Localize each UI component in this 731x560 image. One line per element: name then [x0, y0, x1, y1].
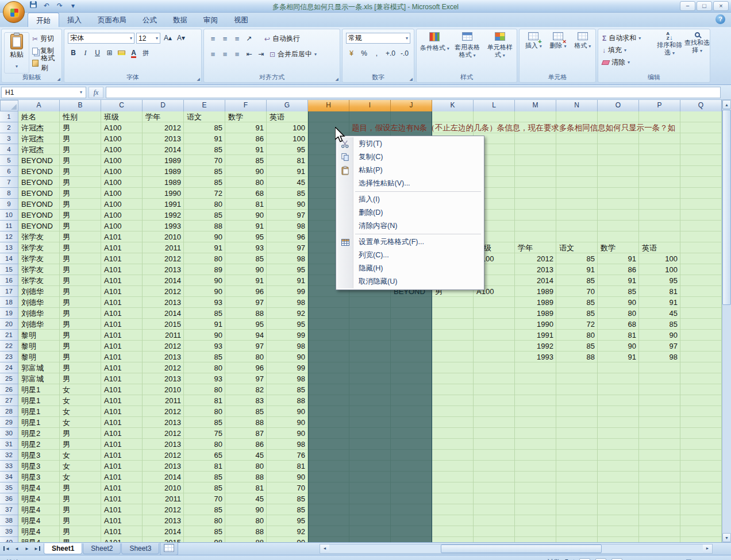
column-header-N[interactable]: N — [556, 100, 598, 111]
row-header-23[interactable]: 23 — [0, 352, 18, 362]
row-header-18[interactable]: 18 — [0, 297, 18, 308]
prev-sheet-button[interactable]: ◄ — [11, 544, 22, 554]
row-header-16[interactable]: 16 — [0, 275, 18, 286]
row-header-12[interactable]: 12 — [0, 231, 18, 242]
close-button[interactable]: × — [713, 1, 729, 11]
row-header-37[interactable]: 37 — [0, 504, 18, 515]
row-header-39[interactable]: 39 — [0, 526, 18, 537]
horizontal-scrollbar[interactable]: ◄ ► — [320, 544, 713, 554]
row-header-11[interactable]: 11 — [0, 221, 18, 231]
dialog-launcher-icon[interactable]: ◢ — [410, 77, 413, 82]
row-header-8[interactable]: 8 — [0, 188, 18, 199]
row-header-38[interactable]: 38 — [0, 515, 18, 526]
row-header-33[interactable]: 33 — [0, 461, 18, 472]
dialog-launcher-icon[interactable]: ◢ — [57, 77, 60, 82]
column-header-H[interactable]: H — [308, 100, 349, 111]
menu-item-1[interactable]: 复制(C) — [337, 150, 483, 164]
minimize-button[interactable]: − — [680, 1, 695, 11]
font-size-select[interactable]: 12▾ — [136, 33, 160, 44]
font-color-button[interactable]: A — [128, 48, 139, 59]
bold-button[interactable]: B — [68, 48, 79, 59]
insert-sheet-button[interactable] — [160, 543, 178, 555]
ribbon-tab-3[interactable]: 公式 — [134, 13, 165, 27]
sheet-tab-Sheet3[interactable]: Sheet3 — [121, 543, 159, 554]
row-header-3[interactable]: 3 — [0, 133, 18, 144]
row-header-29[interactable]: 29 — [0, 417, 18, 428]
dialog-launcher-icon[interactable]: ◢ — [197, 77, 200, 82]
phonetic-button[interactable]: 拼 — [140, 48, 151, 59]
wrap-text-button[interactable]: ↩自动换行 — [263, 33, 302, 45]
row-header-7[interactable]: 7 — [0, 177, 18, 188]
next-sheet-button[interactable]: ► — [22, 544, 32, 554]
currency-format-button[interactable]: ¥ — [346, 48, 357, 59]
find-select-button[interactable]: 查找和选择 ▾ — [683, 32, 711, 57]
row-header-27[interactable]: 27 — [0, 395, 18, 406]
menu-item-3[interactable]: 选择性粘贴(V)... — [337, 177, 483, 190]
row-header-4[interactable]: 4 — [0, 144, 18, 155]
row-header-32[interactable]: 32 — [0, 450, 18, 461]
row-header-22[interactable]: 22 — [0, 341, 18, 352]
menu-item-12[interactable]: 取消隐藏(U) — [337, 275, 483, 288]
menu-item-6[interactable]: 删除(D) — [337, 206, 483, 219]
vertical-scrollbar[interactable]: ▲ ▼ — [722, 100, 731, 542]
scroll-right-icon[interactable]: ► — [703, 544, 712, 553]
normal-view-button[interactable]: ▦ — [579, 558, 590, 560]
row-header-15[interactable]: 15 — [0, 264, 18, 275]
scroll-down-icon[interactable]: ▼ — [722, 533, 731, 542]
column-header-L[interactable]: L — [474, 100, 515, 111]
top-align-button[interactable]: ≡ — [207, 33, 218, 44]
sheet-tab-Sheet2[interactable]: Sheet2 — [83, 543, 121, 554]
row-header-40[interactable]: 40 — [0, 537, 18, 542]
row-header-6[interactable]: 6 — [0, 166, 18, 177]
qat-customize-button[interactable]: ▾ — [67, 1, 79, 11]
menu-item-10[interactable]: 列宽(C)... — [337, 249, 483, 262]
decrease-indent-button[interactable]: ⇤ — [244, 49, 255, 60]
menu-item-11[interactable]: 隐藏(H) — [337, 262, 483, 275]
align-left-button[interactable]: ≡ — [207, 49, 218, 60]
formula-input[interactable] — [106, 87, 721, 98]
column-header-G[interactable]: G — [267, 100, 308, 111]
increase-indent-button[interactable]: ⇥ — [256, 49, 267, 60]
menu-item-7[interactable]: 清除内容(N) — [337, 219, 483, 233]
ribbon-tab-4[interactable]: 数据 — [165, 13, 195, 27]
row-header-26[interactable]: 26 — [0, 384, 18, 395]
ribbon-tab-6[interactable]: 视图 — [226, 13, 256, 27]
row-header-30[interactable]: 30 — [0, 428, 18, 439]
column-header-D[interactable]: D — [143, 100, 184, 111]
page-layout-view-button[interactable]: ▤ — [595, 558, 606, 560]
column-header-J[interactable]: J — [391, 100, 432, 111]
row-header-34[interactable]: 34 — [0, 472, 18, 482]
office-button[interactable] — [3, 1, 25, 23]
shrink-font-button[interactable]: A▾ — [175, 33, 187, 44]
orientation-button[interactable]: ↗ — [244, 33, 255, 44]
row-header-1[interactable]: 1 — [0, 111, 18, 122]
italic-button[interactable]: I — [80, 48, 91, 59]
redo-button[interactable]: ↷ — [54, 1, 66, 11]
scroll-up-icon[interactable]: ▲ — [722, 100, 731, 109]
column-header-I[interactable]: I — [349, 100, 391, 111]
middle-align-button[interactable]: ≡ — [220, 33, 230, 44]
row-header-36[interactable]: 36 — [0, 493, 18, 504]
last-sheet-button[interactable]: ► — [32, 544, 43, 554]
horizontal-scroll-thumb[interactable] — [441, 544, 602, 553]
column-header-Q[interactable]: Q — [680, 100, 722, 111]
borders-button[interactable]: ⊞ — [104, 48, 115, 59]
font-name-select[interactable]: 宋体▾ — [68, 33, 134, 44]
sort-filter-button[interactable]: AZ↓排序和筛选 ▾ — [656, 32, 683, 57]
insert-function-button[interactable]: fx — [89, 87, 103, 98]
grow-font-button[interactable]: A▴ — [162, 33, 174, 44]
page-break-view-button[interactable]: ▥ — [611, 558, 622, 560]
row-header-9[interactable]: 9 — [0, 199, 18, 210]
column-header-C[interactable]: C — [101, 100, 143, 111]
name-box[interactable]: H1▾ — [1, 87, 86, 98]
column-header-K[interactable]: K — [432, 100, 474, 111]
row-header-19[interactable]: 19 — [0, 308, 18, 319]
row-header-25[interactable]: 25 — [0, 373, 18, 384]
underline-button[interactable]: U — [92, 48, 103, 59]
row-header-14[interactable]: 14 — [0, 253, 18, 264]
merge-center-button[interactable]: ⊡合并后居中▾ — [268, 48, 318, 60]
row-header-35[interactable]: 35 — [0, 482, 18, 493]
menu-item-0[interactable]: 剪切(T) — [337, 137, 483, 150]
ribbon-tab-2[interactable]: 页面布局 — [90, 13, 134, 27]
select-all-corner[interactable] — [0, 100, 18, 111]
